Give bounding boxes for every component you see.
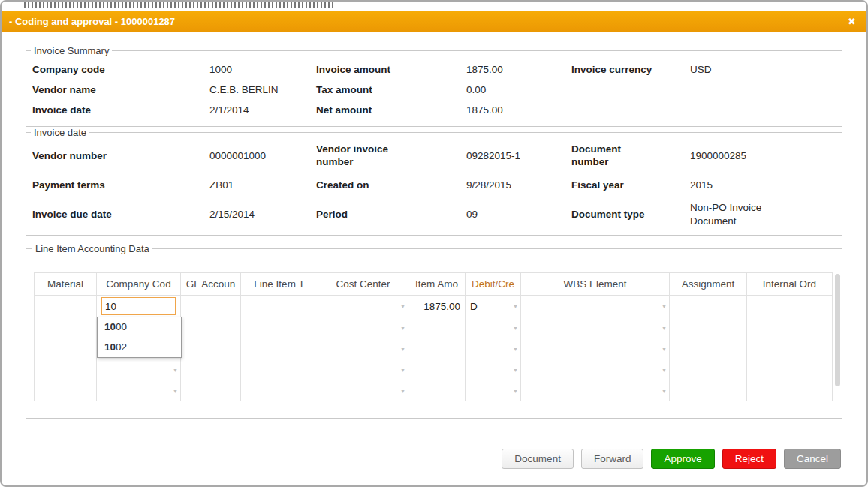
cell-assignment[interactable]: [670, 317, 747, 338]
cell-cost-center[interactable]: ▼: [318, 380, 408, 401]
column-header-gl-account: GL Accoun: [181, 273, 241, 296]
invoice-amount-value: 1875.00: [466, 59, 571, 80]
cell-company-code[interactable]: ▼: [97, 380, 181, 401]
cell-debit-credit[interactable]: ▼: [466, 359, 521, 380]
forward-button[interactable]: Forward: [581, 449, 644, 469]
cell-internal-order[interactable]: [747, 380, 833, 401]
cell-cost-center[interactable]: ▼: [318, 359, 408, 380]
cell-internal-order[interactable]: [747, 296, 833, 317]
cell-line-item-text[interactable]: [241, 359, 318, 380]
cell-material[interactable]: [35, 359, 97, 380]
dropdown-arrow-icon: ▼: [173, 388, 178, 393]
cell-item-amount[interactable]: [408, 380, 466, 401]
cell-company-code[interactable]: ▼: [97, 359, 181, 380]
cell-debit-credit[interactable]: D▼: [466, 296, 521, 317]
vendor-invoice-number-label: Vendor invoice number: [316, 141, 466, 170]
cell-internal-order[interactable]: [747, 317, 833, 338]
cell-line-item-text[interactable]: [241, 296, 318, 317]
dropdown-arrow-icon: ▼: [662, 346, 667, 351]
cell-line-item-text[interactable]: [241, 317, 318, 338]
cell-item-amount[interactable]: 1875.00: [408, 296, 466, 317]
invoice-due-date-label: Invoice due date: [32, 200, 209, 229]
vendor-name-value: C.E.B. BERLIN: [209, 80, 316, 100]
cell-assignment[interactable]: [670, 380, 747, 401]
cell-assignment[interactable]: [670, 338, 747, 359]
invoice-details-section: Invoice date Vendor number 0000001000 Ve…: [26, 127, 842, 236]
cell-item-amount[interactable]: [408, 338, 466, 359]
cell-material[interactable]: [35, 296, 97, 317]
invoice-amount-label: Invoice amount: [316, 59, 466, 80]
cell-material[interactable]: [35, 380, 97, 401]
dropdown-arrow-icon: ▼: [513, 304, 518, 309]
cancel-button[interactable]: Cancel: [784, 449, 841, 469]
cell-wbs-element[interactable]: ▼: [521, 359, 670, 380]
document-button[interactable]: Document: [502, 449, 574, 469]
company-code-input[interactable]: [101, 297, 176, 315]
cell-item-amount[interactable]: [408, 317, 466, 338]
cell-debit-credit[interactable]: ▼: [466, 380, 521, 401]
cell-gl-account[interactable]: [181, 296, 241, 317]
dropdown-arrow-icon: ▼: [513, 388, 518, 393]
table-row-5: ▼ ▼ ▼ ▼: [35, 380, 833, 401]
cell-internal-order[interactable]: [747, 359, 833, 380]
cell-gl-account[interactable]: [181, 359, 241, 380]
cell-debit-credit[interactable]: ▼: [466, 338, 521, 359]
cell-line-item-text[interactable]: [241, 338, 318, 359]
cell-cost-center[interactable]: ▼: [318, 338, 408, 359]
cell-wbs-element[interactable]: ▼: [521, 380, 670, 401]
column-header-assignment: Assignment: [670, 273, 747, 296]
autocomplete-dropdown: 1000 1002: [97, 317, 182, 358]
dialog-body: Invoice Summary Company code 1000 Invoic…: [2, 32, 866, 419]
invoice-summary-legend: Invoice Summary: [31, 45, 112, 56]
autocomplete-option-1000[interactable]: 1000: [98, 317, 181, 337]
cell-gl-account[interactable]: [181, 380, 241, 401]
cell-gl-account[interactable]: [181, 317, 241, 338]
autocomplete-rest-text: 00: [116, 321, 127, 332]
cell-assignment[interactable]: [670, 296, 747, 317]
table-row-4: ▼ ▼ ▼ ▼: [35, 359, 833, 380]
fiscal-year-value: 2015: [690, 170, 836, 200]
tax-amount-value: 0.00: [466, 80, 571, 100]
reject-button[interactable]: Reject: [722, 449, 776, 469]
dropdown-arrow-icon: ▼: [513, 346, 518, 351]
cell-material[interactable]: [35, 338, 97, 359]
approve-button[interactable]: Approve: [651, 449, 714, 469]
coding-approval-dialog: - Coding and approval - 1000001287 ✖ Inv…: [0, 0, 868, 487]
column-header-material: Material: [35, 273, 97, 296]
dropdown-arrow-icon: ▼: [513, 325, 518, 330]
cell-cost-center[interactable]: ▼: [318, 296, 408, 317]
created-on-label: Created on: [316, 170, 466, 200]
cell-wbs-element[interactable]: ▼: [521, 296, 670, 317]
fiscal-year-label: Fiscal year: [571, 170, 690, 200]
cell-wbs-element[interactable]: ▼: [521, 338, 670, 359]
cell-assignment[interactable]: [670, 359, 747, 380]
cell-debit-credit[interactable]: ▼: [466, 317, 521, 338]
debit-credit-value: D: [470, 301, 478, 312]
column-header-wbs-element: WBS Element: [521, 273, 670, 296]
cell-gl-account[interactable]: [181, 338, 241, 359]
dropdown-arrow-icon: ▼: [400, 304, 405, 309]
clipped-background-text: [24, 2, 333, 8]
background-page-strip: [2, 2, 866, 11]
dropdown-arrow-icon: ▼: [662, 325, 667, 330]
cell-line-item-text[interactable]: [241, 380, 318, 401]
autocomplete-option-1002[interactable]: 1002: [98, 337, 181, 357]
vendor-name-label: Vendor name: [32, 80, 209, 100]
tax-amount-label: Tax amount: [316, 80, 466, 100]
table-header-row: Material Company Cod GL Accoun Line Item…: [35, 273, 833, 296]
table-row-1: ▼ 1875.00 D▼ ▼: [35, 296, 833, 317]
cell-cost-center[interactable]: ▼: [318, 317, 408, 338]
cell-wbs-element[interactable]: ▼: [521, 317, 670, 338]
invoice-date-value: 2/1/2014: [209, 100, 316, 120]
document-number-value: 1900000285: [690, 141, 836, 170]
column-header-cost-center: Cost Center: [318, 273, 408, 296]
close-icon[interactable]: ✖: [848, 17, 856, 26]
cell-internal-order[interactable]: [747, 338, 833, 359]
line-item-accounting-section: Line Item Accounting Data Material Compa…: [26, 243, 842, 419]
cell-material[interactable]: [35, 317, 97, 338]
cell-item-amount[interactable]: [408, 359, 466, 380]
table-vertical-scrollbar[interactable]: [835, 274, 840, 386]
invoice-details-legend: Invoice date: [31, 127, 89, 138]
invoice-summary-section: Invoice Summary Company code 1000 Invoic…: [26, 45, 842, 127]
dialog-title-bar: - Coding and approval - 1000001287 ✖: [2, 11, 866, 32]
